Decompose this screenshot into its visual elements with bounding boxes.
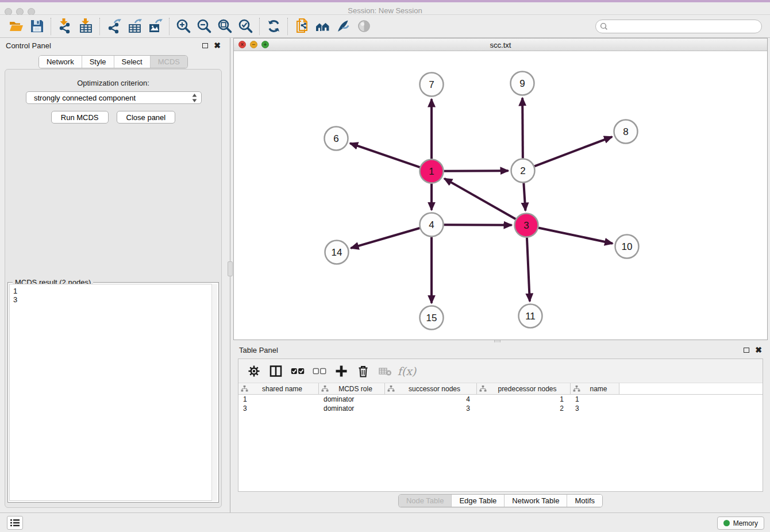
save-session-icon[interactable] — [26, 17, 47, 36]
style-brush-icon[interactable] — [333, 17, 353, 36]
zoom-fit-icon[interactable] — [214, 17, 235, 36]
edge-2-8[interactable] — [534, 137, 612, 166]
table-cell: 1 — [571, 395, 619, 404]
edge-4-3[interactable] — [444, 225, 511, 225]
close-panel-icon[interactable]: ✖ — [214, 41, 221, 49]
mcds-result-text[interactable]: 1 3 — [9, 284, 217, 501]
edge-4-14[interactable] — [351, 228, 419, 248]
tab-network-table[interactable]: Network Table — [504, 495, 567, 507]
vertical-split-handle[interactable] — [228, 261, 233, 276]
zoom-selected-icon[interactable] — [235, 17, 256, 36]
delete-table-icon — [374, 361, 396, 381]
edge-2-9[interactable] — [522, 98, 523, 158]
delete-column-icon[interactable] — [352, 361, 374, 381]
close-panel-button[interactable]: Close panel — [117, 111, 176, 124]
search-input[interactable] — [595, 20, 762, 33]
tab-network[interactable]: Network — [39, 56, 82, 68]
table-cell: 2 — [477, 404, 571, 413]
import-table-icon[interactable] — [75, 17, 96, 36]
toolbar-separator — [51, 18, 51, 35]
table-row[interactable]: 3dominator323 — [238, 404, 763, 413]
edge-2-3[interactable] — [523, 183, 525, 210]
import-network-icon[interactable] — [55, 17, 75, 36]
toolbar-separator — [259, 18, 260, 35]
svg-text:4: 4 — [429, 219, 434, 230]
app-title: Session: New Session — [0, 6, 770, 15]
task-history-button[interactable] — [7, 516, 23, 530]
column-type-icon — [573, 385, 580, 392]
mcds-panel: Optimization criterion: strongly connect… — [5, 69, 222, 508]
table-cell: 3 — [571, 404, 619, 413]
tab-select[interactable]: Select — [114, 56, 150, 68]
export-network-icon[interactable] — [103, 17, 124, 36]
node-2[interactable]: 2 — [511, 159, 535, 183]
tab-style[interactable]: Style — [82, 56, 114, 68]
control-panel-tabs: NetworkStyleSelectMCDS — [38, 55, 188, 68]
add-column-icon[interactable] — [330, 361, 352, 381]
node-11[interactable]: 11 — [519, 304, 542, 328]
table-cell: 3 — [385, 404, 477, 413]
tab-mcds[interactable]: MCDS — [150, 56, 187, 68]
svg-text:9: 9 — [519, 78, 525, 89]
column-header-name[interactable]: name — [571, 383, 619, 394]
node-4[interactable]: 4 — [420, 213, 444, 237]
search-icon — [600, 22, 608, 30]
node-table-frame: f(x) shared nameMCDS rolesuccessor nodes… — [238, 358, 763, 492]
column-header-predecessor-nodes[interactable]: predecessor nodes — [477, 383, 571, 394]
refresh-view-icon[interactable] — [263, 17, 284, 36]
node-8[interactable]: 8 — [614, 120, 638, 144]
network-window-titlebar[interactable]: × − + scc.txt — [234, 38, 767, 51]
result-scrollbar[interactable] — [211, 284, 217, 501]
select-all-icon[interactable] — [287, 361, 309, 381]
node-9[interactable]: 9 — [511, 72, 534, 95]
criterion-value: strongly connected component — [34, 94, 192, 102]
tab-node-table[interactable]: Node Table — [399, 495, 452, 507]
run-mcds-button[interactable]: Run MCDS — [51, 111, 109, 124]
node-3[interactable]: 3 — [515, 214, 538, 237]
column-visibility-icon[interactable] — [265, 361, 287, 381]
deselect-all-icon[interactable] — [309, 361, 330, 381]
node-6[interactable]: 6 — [325, 127, 348, 151]
node-10[interactable]: 10 — [615, 235, 639, 259]
tab-motifs[interactable]: Motifs — [567, 495, 602, 507]
close-table-panel-icon[interactable]: ✖ — [755, 346, 762, 354]
edge-1-2[interactable] — [444, 171, 508, 171]
tab-edge-table[interactable]: Edge Table — [451, 495, 504, 507]
column-type-icon — [479, 385, 487, 392]
svg-text:3: 3 — [523, 220, 529, 231]
mcds-result-box: MCDS result (2 nodes) 1 3 — [7, 282, 219, 503]
float-panel-icon[interactable] — [202, 43, 208, 48]
first-neighbors-icon[interactable] — [312, 17, 333, 36]
edge-3-11[interactable] — [527, 237, 530, 301]
export-image-icon[interactable] — [145, 17, 165, 36]
edge-3-10[interactable] — [538, 228, 613, 243]
edge-3-1[interactable] — [444, 179, 515, 219]
network-canvas[interactable]: 7968124314101511 — [234, 51, 767, 340]
criterion-dropdown[interactable]: strongly connected component — [26, 91, 202, 104]
edge-1-6[interactable] — [350, 143, 420, 167]
node-15[interactable]: 15 — [420, 306, 444, 330]
memory-label: Memory — [733, 519, 758, 527]
table-cell: 4 — [385, 395, 477, 404]
export-table-icon[interactable] — [124, 17, 145, 36]
node-1[interactable]: 1 — [420, 160, 444, 183]
node-14[interactable]: 14 — [325, 241, 349, 264]
column-header-MCDS-role[interactable]: MCDS role — [319, 383, 385, 394]
float-table-panel-icon[interactable] — [744, 348, 749, 353]
app-titlebar: Session: New Session — [0, 2, 770, 15]
network-from-selection-icon[interactable] — [291, 17, 312, 36]
column-header-shared-name[interactable]: shared name — [238, 383, 319, 394]
zoom-out-icon[interactable] — [194, 17, 214, 36]
zoom-in-icon[interactable] — [173, 17, 194, 36]
column-header-successor-nodes[interactable]: successor nodes — [385, 383, 477, 394]
status-bar: Memory — [0, 512, 770, 532]
node-7[interactable]: 7 — [420, 73, 444, 97]
detail-eye-icon[interactable] — [353, 17, 374, 36]
table-settings-icon[interactable] — [243, 361, 265, 381]
open-file-icon[interactable] — [6, 17, 26, 36]
table-row[interactable]: 1dominator411 — [238, 395, 763, 404]
network-view-window: × − + scc.txt 7968124314101511 — [233, 38, 768, 340]
svg-text:11: 11 — [525, 311, 536, 322]
memory-button[interactable]: Memory — [717, 516, 764, 530]
table-cell: 3 — [238, 404, 319, 413]
